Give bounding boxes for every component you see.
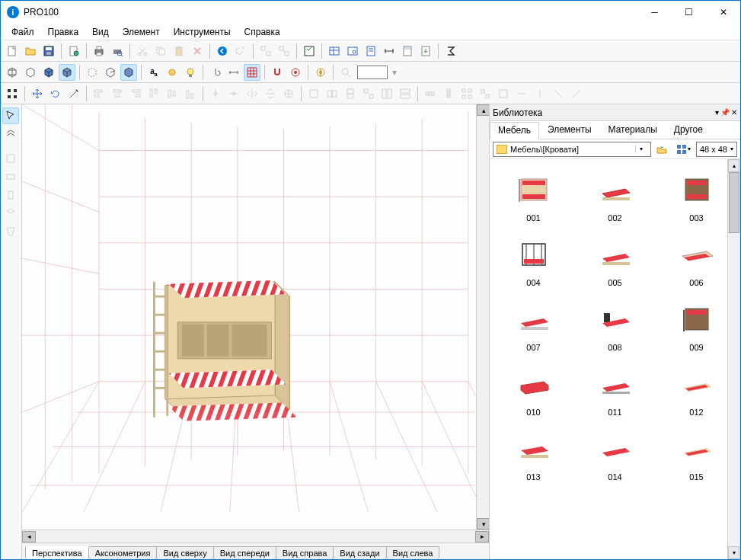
rotate-target-icon[interactable]	[280, 85, 297, 102]
panel4-tool-icon[interactable]	[2, 205, 19, 222]
arrange-6-icon[interactable]	[397, 85, 414, 102]
lib-scroll-up-icon[interactable]: ▴	[728, 159, 739, 172]
copy-icon[interactable]	[152, 43, 169, 59]
menu-edit[interactable]: Правка	[42, 25, 85, 39]
scroll-right-icon[interactable]: ▸	[475, 531, 489, 542]
export-icon[interactable]	[417, 43, 434, 59]
target-icon[interactable]	[287, 64, 304, 81]
tab-left[interactable]: Вид слева	[386, 546, 440, 559]
array-9-icon[interactable]	[568, 85, 585, 102]
tab-right[interactable]: Вид справа	[276, 546, 334, 559]
group-icon[interactable]	[257, 43, 274, 59]
tab-axonometry[interactable]: Аксонометрия	[88, 546, 158, 559]
arrange-1-icon[interactable]	[305, 85, 322, 102]
minimize-button[interactable]: ─	[637, 1, 672, 24]
library-item[interactable]: 001	[493, 165, 574, 226]
view-edges-icon[interactable]	[102, 64, 119, 81]
page-setup-icon[interactable]	[65, 43, 82, 59]
flip-v-icon[interactable]	[262, 85, 279, 102]
library-icon[interactable]	[326, 43, 343, 59]
align-right-icon[interactable]	[127, 85, 144, 102]
print-preview-icon[interactable]	[109, 43, 126, 59]
zoom-icon[interactable]	[337, 64, 354, 81]
lib-scroll-down-icon[interactable]: ▾	[728, 546, 739, 559]
array-6-icon[interactable]	[513, 85, 530, 102]
arrange-5-icon[interactable]	[378, 85, 395, 102]
undo-icon[interactable]	[214, 43, 231, 59]
library-item[interactable]: 013	[493, 424, 574, 485]
viewport-hscroll[interactable]: ◂ ▸	[22, 530, 489, 542]
new-icon[interactable]	[4, 43, 21, 59]
library-item[interactable]: 006	[656, 230, 737, 290]
library-item[interactable]: 015	[656, 424, 737, 485]
align-bottom-icon[interactable]	[182, 85, 199, 102]
array-2-icon[interactable]	[440, 85, 457, 102]
dimension-line-icon[interactable]	[225, 64, 242, 81]
dimensions-icon[interactable]	[381, 43, 398, 59]
lib-scroll-thumb[interactable]	[729, 172, 739, 233]
light-bulb-icon[interactable]	[182, 64, 199, 81]
select-all-icon[interactable]	[4, 85, 21, 102]
library-item[interactable]: 011	[574, 360, 656, 420]
menu-help[interactable]: Справка	[238, 25, 286, 39]
redo-icon[interactable]	[232, 43, 249, 59]
library-close-icon[interactable]: ✕	[731, 108, 737, 117]
paste-icon[interactable]	[171, 43, 187, 59]
hook-icon[interactable]	[207, 64, 224, 81]
properties-icon[interactable]	[301, 43, 318, 59]
sum-icon[interactable]	[442, 43, 459, 59]
align-center-h-icon[interactable]	[109, 85, 126, 102]
viewport-3d[interactable]	[22, 104, 476, 530]
lib-tab-elements[interactable]: Элементы	[539, 121, 600, 139]
view-shaded-icon[interactable]	[120, 64, 137, 81]
menu-element[interactable]: Элемент	[117, 25, 166, 39]
grid-toggle-icon[interactable]	[244, 64, 260, 81]
distribute-v-icon[interactable]	[225, 85, 242, 102]
library-item[interactable]: 009	[656, 295, 737, 355]
library-dropdown-icon[interactable]: ▾	[715, 108, 719, 117]
close-button[interactable]: ✕	[706, 1, 740, 24]
lib-tab-other[interactable]: Другое	[666, 121, 711, 139]
arrange-4-icon[interactable]	[360, 85, 377, 102]
array-3-icon[interactable]	[458, 85, 475, 102]
panel-tool-icon[interactable]	[2, 150, 19, 167]
array-1-icon[interactable]	[422, 85, 439, 102]
library-item[interactable]: 010	[493, 360, 574, 420]
zoom-field[interactable]	[357, 66, 388, 79]
open-icon[interactable]	[22, 43, 39, 59]
library-item[interactable]: 007	[493, 295, 574, 355]
delete-icon[interactable]	[189, 43, 206, 59]
lib-tab-furniture[interactable]: Мебель	[490, 122, 539, 139]
draw-tool-icon[interactable]	[65, 85, 82, 102]
hidden-line-icon[interactable]	[22, 64, 39, 81]
array-5-icon[interactable]	[495, 85, 512, 102]
calc-icon[interactable]	[399, 43, 416, 59]
library-item[interactable]: 005	[574, 230, 656, 290]
library-path-dropdown-icon[interactable]: ▾	[635, 146, 647, 152]
light-point-icon[interactable]	[164, 64, 180, 81]
cut-icon[interactable]	[134, 43, 151, 59]
textured-icon[interactable]	[59, 64, 75, 81]
print-icon[interactable]	[91, 43, 107, 59]
snap-icon[interactable]	[269, 64, 286, 81]
maximize-button[interactable]: ☐	[672, 1, 706, 24]
panel5-tool-icon[interactable]	[2, 223, 19, 240]
library-up-icon[interactable]	[653, 141, 670, 158]
viewport-vscroll[interactable]: ▴ ▾	[476, 104, 489, 530]
library-path-field[interactable]: Мебель\[Кровати] ▾	[493, 142, 651, 157]
align-top-icon[interactable]	[145, 85, 162, 102]
array-8-icon[interactable]	[550, 85, 567, 102]
menu-file[interactable]: Файл	[5, 25, 40, 39]
library-item[interactable]: 003	[656, 165, 737, 226]
flip-h-icon[interactable]	[244, 85, 260, 102]
library-pin-icon[interactable]: 📌	[720, 108, 730, 117]
distribute-h-icon[interactable]	[207, 85, 224, 102]
library-item[interactable]: 012	[656, 360, 737, 420]
panel2-tool-icon[interactable]	[2, 168, 19, 185]
pointer-tool-icon[interactable]	[2, 107, 19, 124]
library-item[interactable]: 008	[574, 295, 656, 355]
menu-view[interactable]: Вид	[86, 25, 115, 39]
move-tool-icon[interactable]	[29, 85, 46, 102]
library-thumbsize-field[interactable]: 48 x 48 ▾	[696, 142, 737, 157]
text-label-icon[interactable]: aa	[145, 64, 162, 81]
